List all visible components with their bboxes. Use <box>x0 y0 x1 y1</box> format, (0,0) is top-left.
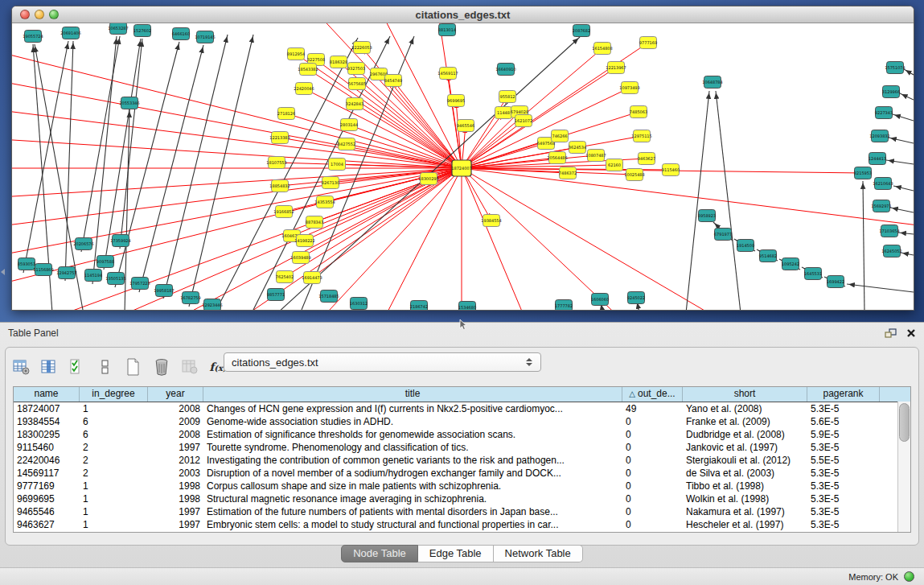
network-node[interactable]: 1606060 <box>591 294 609 306</box>
network-node[interactable]: 1621072 <box>515 115 532 127</box>
network-node[interactable]: 1645531 <box>804 268 822 280</box>
network-node[interactable]: 9465546 <box>457 120 474 132</box>
scrollbar-thumb[interactable] <box>899 403 910 442</box>
cell-in-degree[interactable]: 1 <box>80 505 148 518</box>
cell-title[interactable]: Changes of HCN gene expression and I(f) … <box>203 402 622 415</box>
cell-in-degree[interactable]: 6 <box>80 415 148 428</box>
network-node[interactable]: 1527602 <box>133 25 151 37</box>
network-node[interactable]: 6466160 <box>172 28 190 40</box>
cell-year[interactable]: 2008 <box>148 428 203 441</box>
cell-out-de-[interactable]: 0 <box>622 454 683 467</box>
cell-title[interactable]: Estimation of the future numbers of pati… <box>203 505 622 518</box>
network-node[interactable]: 9777169 <box>639 37 657 49</box>
cell-year[interactable]: 1998 <box>148 492 203 505</box>
network-node[interactable]: 18854832 <box>269 180 290 192</box>
network-node[interactable]: 8215953 <box>854 167 872 179</box>
network-canvas[interactable]: 1872400789129543227508185433822242004627… <box>12 23 914 310</box>
network-node[interactable]: 16154808 <box>592 43 612 55</box>
network-node[interactable]: 20564486 <box>547 152 567 164</box>
network-node[interactable]: 14569117 <box>437 68 458 80</box>
network-node[interactable]: 17957223 <box>129 278 150 290</box>
network-node[interactable]: 19384554 <box>481 215 501 227</box>
cell-out-de-[interactable]: 0 <box>622 467 683 480</box>
table-vertical-scrollbar[interactable] <box>897 402 910 532</box>
cell-pagerank[interactable]: 5.3E-5 <box>807 402 880 415</box>
select-columns-icon[interactable] <box>68 358 86 376</box>
cell-name[interactable]: 18300295 <box>14 428 80 441</box>
cell-title[interactable]: Genome-wide association studies in ADHD. <box>203 415 622 428</box>
network-node[interactable]: 11156869 <box>33 264 53 276</box>
cell-short[interactable]: Nakamura et al. (1997) <box>683 505 807 518</box>
network-node[interactable]: 12975115 <box>631 130 651 142</box>
network-node[interactable]: 17359924 <box>110 235 130 247</box>
cell-year[interactable]: 1997 <box>148 441 203 454</box>
network-node[interactable]: 12213967 <box>606 62 626 74</box>
cell-title[interactable]: Embryonic stem cells: a model to study s… <box>203 518 622 531</box>
column-header-name[interactable]: name <box>14 387 80 402</box>
network-node[interactable]: 22420046 <box>294 83 314 95</box>
network-node[interactable]: 2718126 <box>277 108 295 120</box>
cell-out-de-[interactable]: 0 <box>622 492 683 505</box>
network-node[interactable]: 3624534 <box>569 142 586 154</box>
network-node[interactable]: 1095242 <box>782 258 799 270</box>
network-node[interactable]: 15718485 <box>318 290 339 303</box>
table-row[interactable]: 911546021997Tourette syndrome. Phenomeno… <box>14 441 910 454</box>
network-node[interactable]: 16245052 <box>881 245 901 257</box>
network-node[interactable]: 3242843 <box>346 98 363 110</box>
cell-name[interactable]: 9115460 <box>14 441 80 454</box>
table-row[interactable]: 969969511998Structural magnetic resonanc… <box>14 492 910 505</box>
network-node[interactable]: 8186328 <box>330 56 347 68</box>
network-node[interactable]: 9699695 <box>447 95 465 107</box>
network-node[interactable]: 10653287 <box>108 23 128 35</box>
network-node[interactable]: 12923446 <box>202 299 222 311</box>
table-row[interactable]: 946554611997Estimation of the future num… <box>14 505 910 518</box>
network-node[interactable]: 17004 <box>329 159 346 171</box>
tab-network-table[interactable]: Network Table <box>494 545 583 562</box>
table-row[interactable]: 2242004622012Investigating the contribut… <box>14 454 910 467</box>
network-node[interactable]: 8878343 <box>306 216 323 229</box>
network-node[interactable]: 9327503 <box>347 63 365 75</box>
cell-in-degree[interactable]: 2 <box>80 467 148 480</box>
cell-in-degree[interactable]: 2 <box>80 441 148 454</box>
network-node[interactable]: 8267130 <box>322 177 339 189</box>
cell-pagerank[interactable]: 5.6E-5 <box>807 415 880 428</box>
cell-in-degree[interactable]: 1 <box>80 402 148 415</box>
network-node[interactable]: 16914473 <box>302 272 322 284</box>
network-node[interactable]: 9463627 <box>638 153 655 165</box>
cell-year[interactable]: 2008 <box>148 402 203 415</box>
network-node[interactable]: 20691406 <box>60 27 80 39</box>
network-node[interactable]: 2803144 <box>340 119 358 131</box>
network-node[interactable]: 746266 <box>552 130 569 142</box>
cell-out-de-[interactable]: 49 <box>622 402 683 415</box>
tab-edge-table[interactable]: Edge Table <box>418 545 494 562</box>
column-header-pagerank[interactable]: pagerank <box>807 387 880 402</box>
network-node[interactable]: 20206576 <box>73 238 93 250</box>
network-node[interactable]: 16210643 <box>873 178 893 190</box>
network-node[interactable]: 14353554 <box>314 196 335 208</box>
table-row[interactable]: 1456911722003Disruption of a novel membe… <box>14 467 910 480</box>
table-row[interactable]: 1830029562008Estimation of significance … <box>14 428 910 441</box>
network-node[interactable]: 9097588 <box>97 256 114 268</box>
network-node[interactable]: 955812 <box>499 91 516 103</box>
cell-short[interactable]: Yano et al. (2008) <box>683 402 807 415</box>
cell-pagerank[interactable]: 5.3E-5 <box>807 505 880 518</box>
cell-out-de-[interactable]: 0 <box>622 505 683 518</box>
cell-title[interactable]: Disruption of a novel member of a sodium… <box>203 467 622 480</box>
network-node[interactable]: 2087682 <box>573 25 590 37</box>
network-node[interactable]: 2186742 <box>410 301 428 311</box>
cell-title[interactable]: Estimation of significance thresholds fo… <box>203 428 622 441</box>
cell-pagerank[interactable]: 5.9E-5 <box>807 428 880 441</box>
network-node[interactable]: 8958923 <box>698 210 716 222</box>
cell-out-de-[interactable]: 0 <box>622 518 683 531</box>
network-node[interactable]: 10719145 <box>195 31 215 43</box>
import-table-icon[interactable] <box>181 358 199 376</box>
network-node[interactable]: 10025488 <box>624 169 644 181</box>
column-header-in-degree[interactable]: in_degree <box>80 387 148 402</box>
network-node[interactable]: 8813014 <box>438 24 456 36</box>
cell-out-de-[interactable]: 0 <box>622 428 683 441</box>
cell-pagerank[interactable]: 5.3E-5 <box>807 492 880 505</box>
cell-in-degree[interactable]: 1 <box>80 518 148 531</box>
close-panel-icon[interactable] <box>906 328 916 338</box>
cell-title[interactable]: Investigating the contribution of common… <box>203 454 622 467</box>
cell-name[interactable]: 9463627 <box>14 518 80 531</box>
